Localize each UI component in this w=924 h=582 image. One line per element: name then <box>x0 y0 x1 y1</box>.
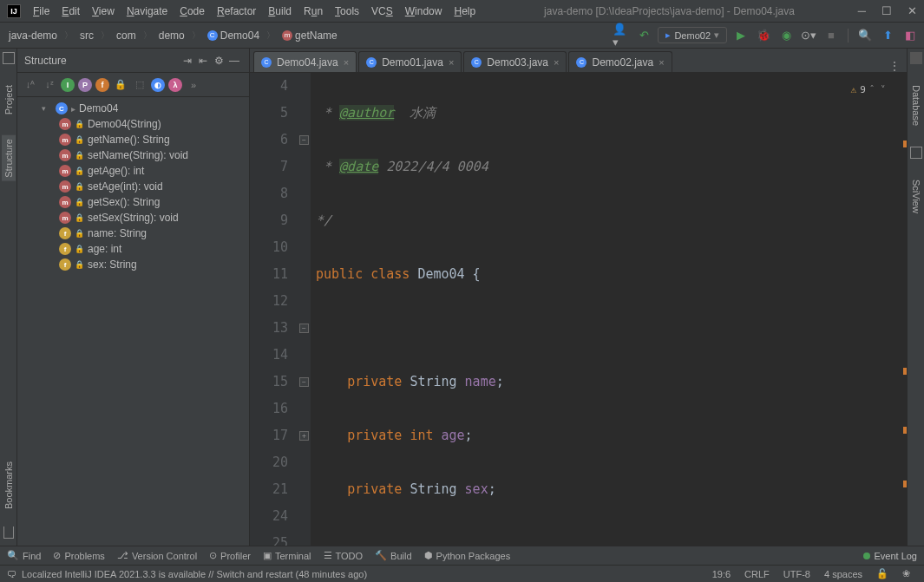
eventlog-tool[interactable]: Event Log <box>863 551 917 561</box>
run-config-selector[interactable]: ▸Demo02▾ <box>658 27 727 43</box>
filter-public-icon[interactable]: I <box>61 78 75 92</box>
encoding[interactable]: UTF-8 <box>777 569 817 579</box>
fold-icon[interactable]: − <box>299 377 309 387</box>
menu-vcs[interactable]: VCS <box>366 3 398 19</box>
search-icon[interactable]: 🔍 <box>856 27 874 44</box>
tab-demo04[interactable]: CDemo04.java× <box>253 51 357 72</box>
menu-view[interactable]: View <box>87 3 120 19</box>
tree-field[interactable]: f🔒name: String <box>17 226 249 241</box>
tree-field[interactable]: f🔒sex: String <box>17 257 249 272</box>
fold-icon[interactable]: − <box>299 324 309 333</box>
user-icon[interactable]: 👤▾ <box>613 27 630 44</box>
debug-icon[interactable]: 🐞 <box>755 27 772 44</box>
tree-field[interactable]: f🔒age: int <box>17 241 249 257</box>
warnings-badge[interactable]: ⚠9 ˆ ˅ <box>851 76 887 103</box>
menu-window[interactable]: Window <box>400 3 448 19</box>
project-tab[interactable]: Project <box>2 82 16 118</box>
code-editor[interactable]: 456789101112131415161720212425 − − − + *… <box>250 73 907 546</box>
bookmark-icon[interactable] <box>3 526 14 539</box>
sort-visibility-icon[interactable]: ↓ᶻ <box>42 77 57 93</box>
terminal-tool[interactable]: ▣ Terminal <box>263 550 311 561</box>
tab-close-icon[interactable]: × <box>344 57 349 68</box>
python-tool[interactable]: ⬢ Python Packages <box>424 550 511 561</box>
menu-build[interactable]: Build <box>263 3 297 19</box>
tab-close-icon[interactable]: × <box>449 57 454 68</box>
build-tool[interactable]: 🔨 Build <box>375 550 411 561</box>
menu-navigate[interactable]: Navigate <box>121 3 173 19</box>
status-message[interactable]: Localized IntelliJ IDEA 2021.3.3 is avai… <box>22 569 705 579</box>
crumb-src[interactable]: src <box>76 28 97 43</box>
indent[interactable]: 4 spaces <box>817 569 869 579</box>
tree-member[interactable]: m🔒setAge(int): void <box>17 179 249 194</box>
tabs-more-icon[interactable]: ⋮ <box>882 60 907 72</box>
bookmarks-tab[interactable]: Bookmarks <box>2 458 16 513</box>
sort-alpha-icon[interactable]: ↓ᴬ <box>23 77 38 93</box>
tree-member[interactable]: m🔒getAge(): int <box>17 163 249 179</box>
coverage-icon[interactable]: ◉ <box>777 27 795 44</box>
tree-member[interactable]: m🔒getName(): String <box>17 132 249 147</box>
stop-icon[interactable]: ■ <box>822 27 840 44</box>
notification-icon[interactable]: 🗨 <box>7 569 16 579</box>
crumb-class[interactable]: CDemo04 <box>204 28 263 43</box>
crumb-project[interactable]: java-demo <box>5 28 61 43</box>
menu-help[interactable]: Help <box>449 3 481 19</box>
structure-tab[interactable]: Structure <box>2 135 16 181</box>
hide-icon[interactable]: — <box>226 55 242 67</box>
menu-code[interactable]: Code <box>174 3 210 19</box>
filter-anon-icon[interactable]: ◐ <box>151 78 165 92</box>
tab-demo02[interactable]: CDemo02.java× <box>568 51 672 72</box>
expand-icon[interactable]: ⇤ <box>195 55 211 67</box>
cursor-pos[interactable]: 19:6 <box>705 569 737 579</box>
tree-member[interactable]: m🔒getSex(): String <box>17 194 249 210</box>
close-icon[interactable]: ✕ <box>908 4 917 17</box>
filter-inherited-icon[interactable]: ⬚ <box>132 77 147 93</box>
database-tab[interactable]: Database <box>909 82 923 129</box>
problems-tool[interactable]: ⊘ Problems <box>53 550 104 561</box>
fold-icon[interactable]: + <box>299 431 309 441</box>
undo-arrow-icon[interactable]: ↶ <box>635 27 652 44</box>
tree-class-node[interactable]: ▾C▸ Demo04 <box>17 101 249 116</box>
ide-status-icon[interactable]: ❀ <box>895 568 917 579</box>
maximize-icon[interactable]: ☐ <box>881 4 892 17</box>
tree-member[interactable]: m🔒setName(String): void <box>17 147 249 163</box>
crumb-com[interactable]: com <box>113 28 140 43</box>
minimize-icon[interactable]: ─ <box>858 4 866 17</box>
sciview-tool-icon[interactable] <box>910 147 922 159</box>
crumb-method[interactable]: mgetName <box>279 28 341 43</box>
run-icon[interactable]: ▶ <box>732 27 750 44</box>
fold-icon[interactable]: − <box>299 135 309 145</box>
vcs-tool[interactable]: ⎇ Version Control <box>117 550 197 561</box>
collapse-icon[interactable]: ⇥ <box>180 55 195 67</box>
menu-refactor[interactable]: Refactor <box>212 3 261 19</box>
menu-file[interactable]: File <box>28 3 55 19</box>
tree-member[interactable]: m🔒Demo04(String) <box>17 116 249 132</box>
tab-close-icon[interactable]: × <box>554 57 559 68</box>
ide-services-icon[interactable]: ◧ <box>901 27 919 44</box>
line-sep[interactable]: CRLF <box>737 569 777 579</box>
filter-lambda-icon[interactable]: λ <box>168 78 182 92</box>
todo-tool[interactable]: ☰ TODO <box>324 550 364 561</box>
menu-tools[interactable]: Tools <box>330 3 364 19</box>
filter-properties-icon[interactable]: P <box>78 78 92 92</box>
menu-run[interactable]: Run <box>298 3 328 19</box>
readonly-icon[interactable]: 🔓 <box>869 568 895 579</box>
menu-edit[interactable]: Edit <box>56 3 85 19</box>
right-tool-strip: Database SciView <box>907 49 924 546</box>
filter-fields-icon[interactable]: f <box>95 78 109 92</box>
tab-demo03[interactable]: CDemo03.java× <box>463 51 567 72</box>
crumb-demo[interactable]: demo <box>155 28 188 43</box>
find-tool[interactable]: 🔍 Find <box>7 550 41 561</box>
profile-icon[interactable]: ⊙▾ <box>800 27 817 44</box>
settings-icon[interactable]: ⚙ <box>211 55 226 67</box>
filter-lock-icon[interactable]: 🔒 <box>113 77 128 93</box>
tab-demo01[interactable]: CDemo01.java× <box>358 51 462 72</box>
update-icon[interactable]: ⬆ <box>879 27 896 44</box>
tab-close-icon[interactable]: × <box>659 57 664 68</box>
code-content[interactable]: * @author 水滴 * @date 2022/4/4 0004 */ pu… <box>311 73 907 546</box>
profiler-tool[interactable]: ⊙ Profiler <box>209 550 251 561</box>
database-tool-icon[interactable] <box>910 52 922 64</box>
more-icon[interactable]: » <box>186 77 201 93</box>
tree-member[interactable]: m🔒setSex(String): void <box>17 210 249 226</box>
sciview-tab[interactable]: SciView <box>909 176 923 217</box>
project-tool-icon[interactable] <box>3 52 15 64</box>
